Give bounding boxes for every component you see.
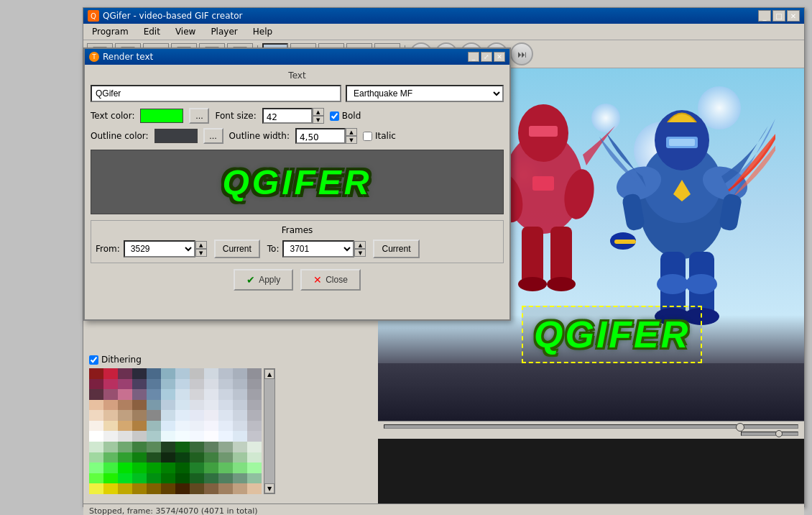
menu-help[interactable]: Help <box>247 25 278 38</box>
palette-cell[interactable] <box>218 379 233 390</box>
palette-cell[interactable] <box>132 431 147 442</box>
palette-cell[interactable] <box>175 442 190 452</box>
palette-cell[interactable] <box>247 452 262 463</box>
palette-cell[interactable] <box>118 389 132 400</box>
palette-cell[interactable] <box>147 452 161 463</box>
font-size-input[interactable]: 42 <box>262 108 313 124</box>
palette-cell[interactable] <box>204 389 218 400</box>
palette-cell[interactable] <box>103 389 118 400</box>
palette-cell[interactable] <box>103 452 118 463</box>
palette-cell[interactable] <box>204 379 218 390</box>
close-button-dialog[interactable]: ✕ Close <box>300 269 361 291</box>
palette-cell[interactable] <box>233 421 247 432</box>
palette-cell[interactable] <box>103 368 118 379</box>
palette-cell[interactable] <box>175 462 190 473</box>
palette-cell[interactable] <box>118 452 132 463</box>
palette-cell[interactable] <box>204 431 218 442</box>
palette-cell[interactable] <box>118 400 132 411</box>
minimize-button[interactable]: _ <box>758 10 771 22</box>
font-size-up[interactable]: ▲ <box>313 108 324 116</box>
dialog-close-btn[interactable]: ✕ <box>494 52 505 62</box>
palette-cell[interactable] <box>147 462 161 473</box>
palette-cell[interactable] <box>103 421 118 432</box>
palette-cell[interactable] <box>89 379 103 390</box>
palette-cell[interactable] <box>175 483 190 494</box>
palette-cell[interactable] <box>147 421 161 432</box>
palette-cell[interactable] <box>247 473 262 484</box>
palette-cell[interactable] <box>233 379 247 390</box>
font-select[interactable]: Earthquake MF Arial Times New Roman Impa… <box>346 85 504 102</box>
palette-cell[interactable] <box>190 473 204 484</box>
italic-checkbox[interactable] <box>363 132 372 141</box>
palette-cell[interactable] <box>218 462 233 473</box>
palette-cell[interactable] <box>218 473 233 484</box>
palette-cell[interactable] <box>103 379 118 390</box>
palette-cell[interactable] <box>175 473 190 484</box>
apply-button[interactable]: ✔ Apply <box>234 269 293 291</box>
seek-bar[interactable] <box>384 424 798 429</box>
palette-cell[interactable] <box>89 473 103 484</box>
palette-cell[interactable] <box>233 431 247 442</box>
palette-cell[interactable] <box>89 452 103 463</box>
palette-cell[interactable] <box>89 442 103 452</box>
palette-cell[interactable] <box>247 389 262 400</box>
palette-cell[interactable] <box>132 389 147 400</box>
palette-cell[interactable] <box>175 389 190 400</box>
palette-cell[interactable] <box>175 410 190 421</box>
palette-cell[interactable] <box>247 421 262 432</box>
palette-cell[interactable] <box>175 452 190 463</box>
palette-cell[interactable] <box>147 483 161 494</box>
scroll-down-arrow[interactable]: ▼ <box>264 483 274 493</box>
palette-cell[interactable] <box>132 473 147 484</box>
seek-thumb[interactable] <box>736 423 744 432</box>
palette-cell[interactable] <box>190 368 204 379</box>
palette-cell[interactable] <box>89 410 103 421</box>
next-button[interactable]: ⏭ <box>510 42 533 65</box>
palette-cell[interactable] <box>233 400 247 411</box>
palette-cell[interactable] <box>118 421 132 432</box>
palette-cell[interactable] <box>132 462 147 473</box>
outline-width-up[interactable]: ▲ <box>346 128 357 136</box>
from-select[interactable]: 3529 <box>124 240 195 258</box>
palette-cell[interactable] <box>233 483 247 494</box>
maximize-button[interactable]: □ <box>772 10 785 22</box>
palette-cell[interactable] <box>247 368 262 379</box>
close-button[interactable]: ✕ <box>787 10 800 22</box>
palette-cell[interactable] <box>190 452 204 463</box>
palette-cell[interactable] <box>175 421 190 432</box>
palette-cell[interactable] <box>233 410 247 421</box>
palette-cell[interactable] <box>190 379 204 390</box>
palette-cell[interactable] <box>247 483 262 494</box>
palette-cell[interactable] <box>103 473 118 484</box>
to-select[interactable]: 3701 <box>282 240 354 258</box>
palette-cell[interactable] <box>161 421 175 432</box>
outline-width-down[interactable]: ▼ <box>346 136 357 144</box>
palette-cell[interactable] <box>175 379 190 390</box>
palette-cell[interactable] <box>89 431 103 442</box>
palette-cell[interactable] <box>190 389 204 400</box>
palette-cell[interactable] <box>218 389 233 400</box>
palette-cell[interactable] <box>233 452 247 463</box>
palette-cell[interactable] <box>147 400 161 411</box>
palette-cell[interactable] <box>147 473 161 484</box>
palette-cell[interactable] <box>118 473 132 484</box>
palette-cell[interactable] <box>161 368 175 379</box>
palette-cell[interactable] <box>247 442 262 452</box>
palette-cell[interactable] <box>118 410 132 421</box>
palette-cell[interactable] <box>247 379 262 390</box>
palette-cell[interactable] <box>204 473 218 484</box>
palette-cell[interactable] <box>132 442 147 452</box>
palette-cell[interactable] <box>218 452 233 463</box>
palette-cell[interactable] <box>247 410 262 421</box>
palette-cell[interactable] <box>233 442 247 452</box>
palette-scrollbar[interactable]: ▲ ▼ <box>264 368 275 494</box>
palette-cell[interactable] <box>147 368 161 379</box>
text-color-picker-btn[interactable]: ... <box>189 108 209 124</box>
palette-cell[interactable] <box>118 379 132 390</box>
palette-cell[interactable] <box>204 368 218 379</box>
palette-cell[interactable] <box>218 442 233 452</box>
menu-view[interactable]: View <box>170 25 201 38</box>
dialog-minimize-btn[interactable]: _ <box>468 52 479 62</box>
palette-cell[interactable] <box>89 421 103 432</box>
text-color-swatch[interactable] <box>140 109 183 123</box>
